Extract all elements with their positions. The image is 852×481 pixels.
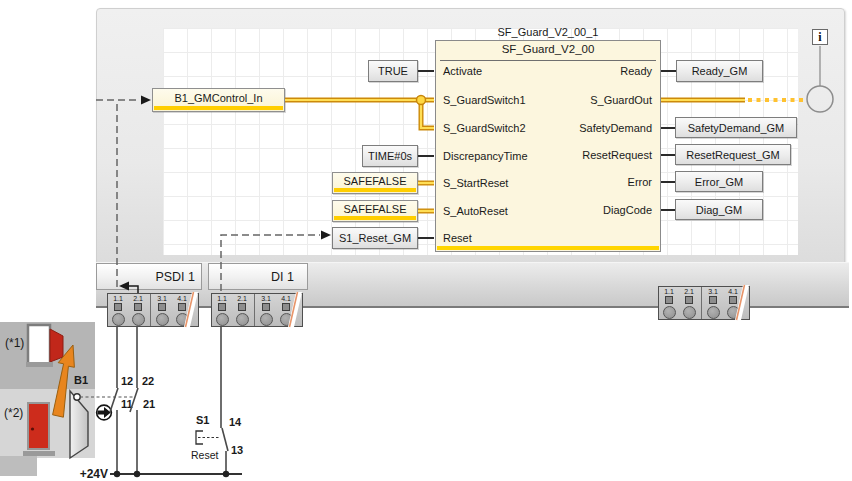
fb-output-error[interactable]: Error bbox=[500, 176, 652, 188]
note-closed-label: (*2) bbox=[4, 406, 23, 420]
fb-output-sguardout[interactable]: S_GuardOut bbox=[500, 94, 652, 106]
terminal: 3.1 bbox=[256, 294, 276, 326]
terminal-pin bbox=[685, 296, 693, 304]
terminal-pin bbox=[114, 303, 122, 311]
terminal: 1.1 bbox=[212, 294, 232, 326]
supply-24v-label: +24V bbox=[70, 467, 108, 481]
terminal: 3.1 bbox=[152, 294, 172, 326]
literal-safefalse-startreset[interactable]: SAFEFALSE bbox=[332, 172, 418, 194]
terminal-pin bbox=[238, 303, 246, 311]
rail-junction-1 bbox=[114, 471, 120, 477]
terminal: 4.1 bbox=[172, 294, 192, 326]
terminal-pin bbox=[729, 296, 737, 304]
terminal: 1.1 bbox=[659, 287, 679, 319]
contact-ch1 bbox=[110, 388, 118, 412]
strip-divider bbox=[701, 287, 702, 319]
psdi-label-text: PSDI 1 bbox=[155, 270, 195, 284]
strip-divider bbox=[150, 294, 151, 326]
terminal-pin bbox=[665, 296, 673, 304]
rail-junction-3 bbox=[223, 471, 229, 477]
fb-input-activate[interactable]: Activate bbox=[443, 65, 482, 77]
terminal-strip-psdi: 1.1 2.1 3.1 4.1 bbox=[107, 293, 199, 327]
fb-output-diagcode[interactable]: DiagCode bbox=[500, 204, 652, 216]
actuation-arrow-icon bbox=[97, 405, 112, 420]
terminal-pin bbox=[282, 303, 290, 311]
pushbutton-symbol bbox=[196, 431, 219, 444]
literal-safefalse-autoreset[interactable]: SAFEFALSE bbox=[332, 200, 418, 222]
terminal-screw bbox=[707, 306, 720, 319]
terminal-pin bbox=[262, 303, 270, 311]
contact-s1 bbox=[222, 428, 228, 451]
terminal-screw bbox=[683, 306, 696, 319]
terminal-screw bbox=[176, 313, 189, 326]
guard-closed-panel bbox=[0, 389, 95, 458]
terminal: 1.1 bbox=[108, 294, 128, 326]
var-error-gm[interactable]: Error_GM bbox=[675, 171, 763, 192]
var-s1-reset-gm[interactable]: S1_Reset_GM bbox=[332, 227, 418, 249]
note-open-label: (*1) bbox=[5, 336, 24, 350]
b1-contact2-bottom: 21 bbox=[143, 398, 155, 410]
terminal: 2.1 bbox=[232, 294, 252, 326]
terminal-screw bbox=[132, 313, 145, 326]
terminal-screw bbox=[280, 313, 293, 326]
fb-input-sautoreset[interactable]: S_AutoReset bbox=[443, 205, 508, 217]
terminal-pin bbox=[158, 303, 166, 311]
s1-id-label: S1 bbox=[196, 414, 209, 426]
s1-contact-bottom: 13 bbox=[231, 444, 243, 456]
s1-reset-label: Reset bbox=[191, 449, 218, 461]
info-icon[interactable]: i bbox=[812, 29, 828, 45]
var-safetydemand-gm[interactable]: SafetyDemand_GM bbox=[675, 117, 797, 138]
terminal-screw bbox=[156, 313, 169, 326]
fb-output-safetydemand[interactable]: SafetyDemand bbox=[500, 122, 652, 134]
b1-contact2-top: 22 bbox=[142, 375, 154, 387]
fb-input-reset[interactable]: Reset bbox=[443, 232, 472, 244]
fb-title-separator bbox=[440, 60, 656, 61]
terminal-screw bbox=[112, 313, 125, 326]
diagram-canvas: { "fbd": { "instance_label": "SF_Guard_V… bbox=[0, 0, 852, 481]
terminal-pin bbox=[218, 303, 226, 311]
module-label-di: DI 1 bbox=[208, 263, 308, 290]
terminal-screw bbox=[216, 313, 229, 326]
fb-output-resetrequest[interactable]: ResetRequest bbox=[500, 149, 652, 161]
var-ready-gm[interactable]: Ready_GM bbox=[676, 60, 763, 82]
terminal: 4.1 bbox=[723, 287, 743, 319]
b1-id-label: B1 bbox=[74, 374, 88, 386]
var-diag-gm[interactable]: Diag_GM bbox=[675, 199, 763, 220]
literal-time0s[interactable]: TIME#0s bbox=[362, 145, 418, 167]
floor-strip bbox=[0, 456, 37, 476]
terminal-pin bbox=[134, 303, 142, 311]
fb-output-ready[interactable]: Ready bbox=[500, 65, 652, 77]
module-label-psdi: PSDI 1 bbox=[96, 263, 202, 290]
fb-title: SF_Guard_V2_00 bbox=[436, 43, 660, 59]
var-resetrequest-gm[interactable]: ResetRequest_GM bbox=[675, 144, 791, 165]
terminal-screw bbox=[663, 306, 676, 319]
s1-contact-top: 14 bbox=[229, 416, 241, 428]
strip-divider bbox=[254, 294, 255, 326]
var-b1-gmcontrol-in[interactable]: B1_GMControl_In bbox=[152, 88, 285, 112]
terminal-screw bbox=[236, 313, 249, 326]
rail-junction-2 bbox=[134, 471, 140, 477]
terminal: 4.1 bbox=[276, 294, 296, 326]
terminal: 3.1 bbox=[703, 287, 723, 319]
terminal-strip-right: 1.1 2.1 3.1 4.1 bbox=[658, 286, 750, 320]
terminal: 2.1 bbox=[128, 294, 148, 326]
terminal-pin bbox=[709, 296, 717, 304]
terminal-strip-di: 1.1 2.1 3.1 4.1 bbox=[211, 293, 303, 327]
fb-instance-label: SF_Guard_V2_00_1 bbox=[435, 26, 661, 38]
literal-true[interactable]: TRUE bbox=[368, 60, 418, 82]
terminal: 2.1 bbox=[679, 287, 699, 319]
fb-input-sstartreset[interactable]: S_StartReset bbox=[443, 177, 508, 189]
terminal-pin bbox=[178, 303, 186, 311]
di-label-text: DI 1 bbox=[271, 270, 294, 284]
b1-contact1-top: 12 bbox=[121, 375, 133, 387]
terminal-screw bbox=[727, 306, 740, 319]
b1-contact1-bottom: 11 bbox=[121, 398, 133, 410]
terminal-screw bbox=[260, 313, 273, 326]
